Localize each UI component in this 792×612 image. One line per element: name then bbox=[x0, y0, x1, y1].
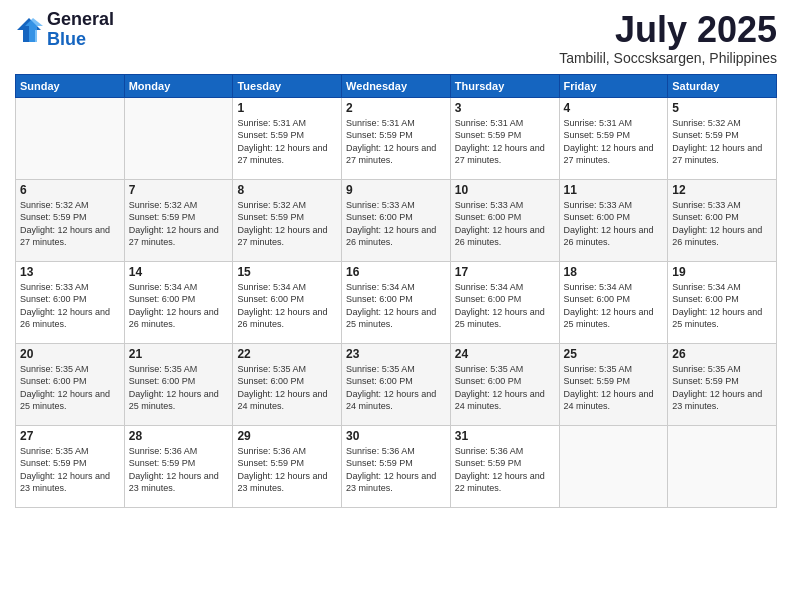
header-sunday: Sunday bbox=[16, 74, 125, 97]
table-cell: 20Sunrise: 5:35 AM Sunset: 6:00 PM Dayli… bbox=[16, 343, 125, 425]
day-number: 7 bbox=[129, 183, 229, 197]
calendar: Sunday Monday Tuesday Wednesday Thursday… bbox=[15, 74, 777, 508]
table-cell: 25Sunrise: 5:35 AM Sunset: 5:59 PM Dayli… bbox=[559, 343, 668, 425]
table-cell bbox=[16, 97, 125, 179]
day-number: 21 bbox=[129, 347, 229, 361]
title-section: July 2025 Tambilil, Soccsksargen, Philip… bbox=[559, 10, 777, 66]
table-cell: 21Sunrise: 5:35 AM Sunset: 6:00 PM Dayli… bbox=[124, 343, 233, 425]
table-cell: 31Sunrise: 5:36 AM Sunset: 5:59 PM Dayli… bbox=[450, 425, 559, 507]
day-number: 23 bbox=[346, 347, 446, 361]
day-info: Sunrise: 5:31 AM Sunset: 5:59 PM Dayligh… bbox=[564, 117, 664, 167]
day-info: Sunrise: 5:34 AM Sunset: 6:00 PM Dayligh… bbox=[346, 281, 446, 331]
table-cell: 26Sunrise: 5:35 AM Sunset: 5:59 PM Dayli… bbox=[668, 343, 777, 425]
logo-general: General bbox=[47, 10, 114, 30]
day-number: 19 bbox=[672, 265, 772, 279]
weekday-header-row: Sunday Monday Tuesday Wednesday Thursday… bbox=[16, 74, 777, 97]
day-number: 29 bbox=[237, 429, 337, 443]
day-info: Sunrise: 5:35 AM Sunset: 6:00 PM Dayligh… bbox=[237, 363, 337, 413]
day-info: Sunrise: 5:35 AM Sunset: 6:00 PM Dayligh… bbox=[20, 363, 120, 413]
day-number: 4 bbox=[564, 101, 664, 115]
day-number: 9 bbox=[346, 183, 446, 197]
day-number: 1 bbox=[237, 101, 337, 115]
week-row-3: 13Sunrise: 5:33 AM Sunset: 6:00 PM Dayli… bbox=[16, 261, 777, 343]
day-info: Sunrise: 5:33 AM Sunset: 6:00 PM Dayligh… bbox=[346, 199, 446, 249]
table-cell: 14Sunrise: 5:34 AM Sunset: 6:00 PM Dayli… bbox=[124, 261, 233, 343]
day-number: 22 bbox=[237, 347, 337, 361]
logo: General Blue bbox=[15, 10, 114, 50]
day-number: 20 bbox=[20, 347, 120, 361]
day-info: Sunrise: 5:34 AM Sunset: 6:00 PM Dayligh… bbox=[455, 281, 555, 331]
table-cell: 17Sunrise: 5:34 AM Sunset: 6:00 PM Dayli… bbox=[450, 261, 559, 343]
table-cell: 6Sunrise: 5:32 AM Sunset: 5:59 PM Daylig… bbox=[16, 179, 125, 261]
day-info: Sunrise: 5:35 AM Sunset: 6:00 PM Dayligh… bbox=[455, 363, 555, 413]
day-info: Sunrise: 5:36 AM Sunset: 5:59 PM Dayligh… bbox=[129, 445, 229, 495]
day-number: 3 bbox=[455, 101, 555, 115]
table-cell: 30Sunrise: 5:36 AM Sunset: 5:59 PM Dayli… bbox=[342, 425, 451, 507]
table-cell: 13Sunrise: 5:33 AM Sunset: 6:00 PM Dayli… bbox=[16, 261, 125, 343]
day-number: 26 bbox=[672, 347, 772, 361]
table-cell: 28Sunrise: 5:36 AM Sunset: 5:59 PM Dayli… bbox=[124, 425, 233, 507]
logo-icon bbox=[15, 16, 43, 44]
table-cell: 15Sunrise: 5:34 AM Sunset: 6:00 PM Dayli… bbox=[233, 261, 342, 343]
day-info: Sunrise: 5:32 AM Sunset: 5:59 PM Dayligh… bbox=[672, 117, 772, 167]
day-info: Sunrise: 5:33 AM Sunset: 6:00 PM Dayligh… bbox=[455, 199, 555, 249]
day-number: 5 bbox=[672, 101, 772, 115]
day-number: 8 bbox=[237, 183, 337, 197]
table-cell: 3Sunrise: 5:31 AM Sunset: 5:59 PM Daylig… bbox=[450, 97, 559, 179]
day-number: 15 bbox=[237, 265, 337, 279]
day-number: 2 bbox=[346, 101, 446, 115]
table-cell bbox=[559, 425, 668, 507]
day-info: Sunrise: 5:34 AM Sunset: 6:00 PM Dayligh… bbox=[129, 281, 229, 331]
logo-blue: Blue bbox=[47, 30, 114, 50]
day-number: 17 bbox=[455, 265, 555, 279]
header-tuesday: Tuesday bbox=[233, 74, 342, 97]
table-cell: 2Sunrise: 5:31 AM Sunset: 5:59 PM Daylig… bbox=[342, 97, 451, 179]
page: General Blue July 2025 Tambilil, Soccsks… bbox=[0, 0, 792, 612]
table-cell: 22Sunrise: 5:35 AM Sunset: 6:00 PM Dayli… bbox=[233, 343, 342, 425]
day-info: Sunrise: 5:33 AM Sunset: 6:00 PM Dayligh… bbox=[564, 199, 664, 249]
week-row-2: 6Sunrise: 5:32 AM Sunset: 5:59 PM Daylig… bbox=[16, 179, 777, 261]
table-cell: 10Sunrise: 5:33 AM Sunset: 6:00 PM Dayli… bbox=[450, 179, 559, 261]
month-title: July 2025 bbox=[559, 10, 777, 50]
day-info: Sunrise: 5:35 AM Sunset: 5:59 PM Dayligh… bbox=[564, 363, 664, 413]
day-info: Sunrise: 5:35 AM Sunset: 5:59 PM Dayligh… bbox=[20, 445, 120, 495]
day-info: Sunrise: 5:36 AM Sunset: 5:59 PM Dayligh… bbox=[455, 445, 555, 495]
day-info: Sunrise: 5:35 AM Sunset: 6:00 PM Dayligh… bbox=[129, 363, 229, 413]
table-cell: 8Sunrise: 5:32 AM Sunset: 5:59 PM Daylig… bbox=[233, 179, 342, 261]
header-monday: Monday bbox=[124, 74, 233, 97]
day-info: Sunrise: 5:34 AM Sunset: 6:00 PM Dayligh… bbox=[564, 281, 664, 331]
day-number: 24 bbox=[455, 347, 555, 361]
week-row-1: 1Sunrise: 5:31 AM Sunset: 5:59 PM Daylig… bbox=[16, 97, 777, 179]
table-cell: 18Sunrise: 5:34 AM Sunset: 6:00 PM Dayli… bbox=[559, 261, 668, 343]
day-number: 18 bbox=[564, 265, 664, 279]
table-cell: 5Sunrise: 5:32 AM Sunset: 5:59 PM Daylig… bbox=[668, 97, 777, 179]
day-info: Sunrise: 5:31 AM Sunset: 5:59 PM Dayligh… bbox=[237, 117, 337, 167]
table-cell: 7Sunrise: 5:32 AM Sunset: 5:59 PM Daylig… bbox=[124, 179, 233, 261]
day-info: Sunrise: 5:34 AM Sunset: 6:00 PM Dayligh… bbox=[672, 281, 772, 331]
day-info: Sunrise: 5:33 AM Sunset: 6:00 PM Dayligh… bbox=[672, 199, 772, 249]
logo-text: General Blue bbox=[47, 10, 114, 50]
table-cell: 11Sunrise: 5:33 AM Sunset: 6:00 PM Dayli… bbox=[559, 179, 668, 261]
day-number: 6 bbox=[20, 183, 120, 197]
day-info: Sunrise: 5:32 AM Sunset: 5:59 PM Dayligh… bbox=[129, 199, 229, 249]
day-number: 16 bbox=[346, 265, 446, 279]
day-info: Sunrise: 5:31 AM Sunset: 5:59 PM Dayligh… bbox=[346, 117, 446, 167]
table-cell: 19Sunrise: 5:34 AM Sunset: 6:00 PM Dayli… bbox=[668, 261, 777, 343]
table-cell: 29Sunrise: 5:36 AM Sunset: 5:59 PM Dayli… bbox=[233, 425, 342, 507]
header: General Blue July 2025 Tambilil, Soccsks… bbox=[15, 10, 777, 66]
day-number: 14 bbox=[129, 265, 229, 279]
table-cell: 16Sunrise: 5:34 AM Sunset: 6:00 PM Dayli… bbox=[342, 261, 451, 343]
table-cell: 23Sunrise: 5:35 AM Sunset: 6:00 PM Dayli… bbox=[342, 343, 451, 425]
day-number: 25 bbox=[564, 347, 664, 361]
header-friday: Friday bbox=[559, 74, 668, 97]
table-cell bbox=[124, 97, 233, 179]
table-cell: 9Sunrise: 5:33 AM Sunset: 6:00 PM Daylig… bbox=[342, 179, 451, 261]
day-number: 30 bbox=[346, 429, 446, 443]
table-cell: 24Sunrise: 5:35 AM Sunset: 6:00 PM Dayli… bbox=[450, 343, 559, 425]
header-saturday: Saturday bbox=[668, 74, 777, 97]
location: Tambilil, Soccsksargen, Philippines bbox=[559, 50, 777, 66]
day-info: Sunrise: 5:32 AM Sunset: 5:59 PM Dayligh… bbox=[237, 199, 337, 249]
table-cell bbox=[668, 425, 777, 507]
header-thursday: Thursday bbox=[450, 74, 559, 97]
day-number: 12 bbox=[672, 183, 772, 197]
